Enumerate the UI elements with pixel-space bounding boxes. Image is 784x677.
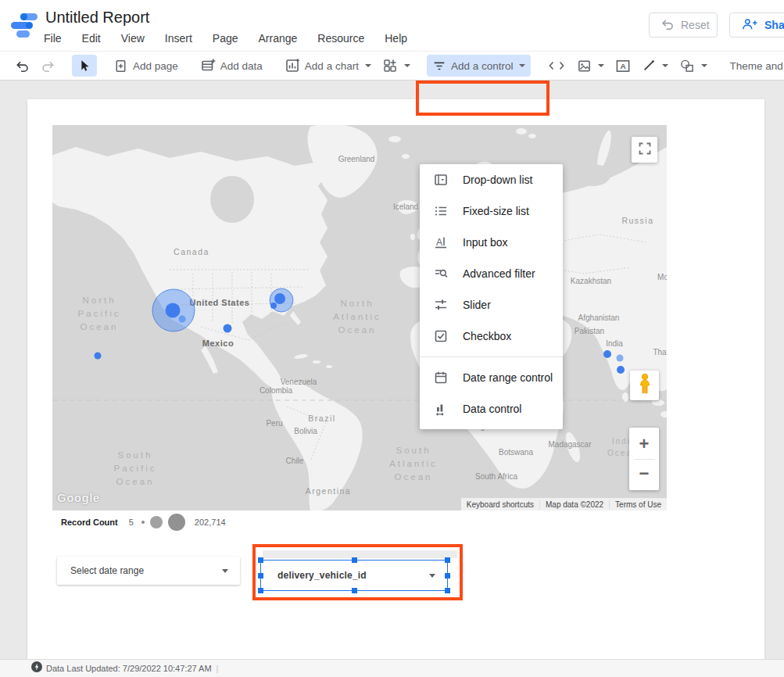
reset-button[interactable]: Reset — [649, 13, 718, 38]
input-box-icon: A — [433, 235, 449, 250]
selection-handle[interactable] — [352, 557, 357, 563]
person-add-icon — [741, 17, 758, 34]
chevron-down-icon — [519, 64, 525, 67]
menu-page[interactable]: Page — [213, 32, 238, 45]
map-label: Ocean — [116, 477, 155, 486]
legend-bubble-medium — [150, 516, 163, 528]
pegman-streetview-control[interactable] — [630, 371, 659, 400]
share-label: Share — [764, 19, 784, 31]
dropdown-list-control-selected[interactable]: delivery_vehicle_id — [260, 560, 448, 591]
map-bubble[interactable] — [274, 293, 285, 304]
menu-arrange[interactable]: Arrange — [259, 32, 298, 45]
reset-label: Reset — [681, 19, 710, 31]
selection-handle[interactable] — [258, 573, 263, 578]
add-chart-label: Add a chart — [305, 60, 359, 72]
freshness-bolt-icon — [31, 661, 42, 675]
chevron-down-icon — [404, 64, 410, 67]
selection-handle[interactable] — [445, 588, 450, 593]
report-canvas[interactable]: NorthPacificOceanNorthAtlanticOceanSouth… — [27, 99, 764, 659]
map-bubble[interactable] — [603, 350, 611, 358]
date-range-control[interactable]: Select date range — [57, 557, 240, 585]
menu-resource[interactable]: Resource — [317, 32, 364, 45]
community-visualizations-button[interactable] — [377, 54, 416, 77]
map-label: Tha — [653, 348, 667, 356]
menu-item-fixed-size-list[interactable]: Fixed-size list — [420, 195, 563, 227]
menu-item-slider[interactable]: Slider — [420, 289, 563, 321]
code-icon — [547, 59, 566, 73]
selection-handle[interactable] — [258, 557, 263, 563]
map-bubble[interactable] — [617, 366, 625, 374]
chevron-down-icon — [222, 569, 228, 573]
chevron-down-icon — [365, 64, 371, 67]
map-zoom-control: + − — [629, 428, 659, 490]
image-icon — [577, 59, 592, 73]
selection-handle[interactable] — [352, 588, 357, 593]
fixed-size-list-icon — [433, 203, 449, 219]
add-control-button[interactable]: Add a control — [427, 55, 532, 77]
attribution-terms-of-use[interactable]: Terms of Use — [609, 500, 667, 509]
attribution-map-data-2022[interactable]: Map data ©2022 — [539, 500, 609, 509]
map-bubble[interactable] — [95, 353, 102, 360]
menu-view[interactable]: View — [121, 32, 145, 45]
map-bubble[interactable] — [270, 303, 277, 309]
menu-divider — [420, 356, 563, 357]
insert-image-button[interactable] — [571, 55, 610, 77]
bubble-map-chart[interactable]: NorthPacificOceanNorthAtlanticOceanSouth… — [52, 125, 667, 510]
theme-and-layout-button[interactable]: Theme and layout — [724, 56, 784, 76]
status-separator: | — [217, 664, 219, 673]
add-page-button[interactable]: Add page — [108, 55, 184, 77]
map-bubble[interactable] — [617, 355, 624, 362]
add-chart-button[interactable]: Add a chart — [279, 54, 377, 77]
menu-item-advanced-filter[interactable]: Advanced filter — [420, 258, 563, 289]
menu-insert[interactable]: Insert — [165, 32, 192, 45]
toolbar: Add page Add data Add a chart Add a cont… — [0, 52, 784, 81]
add-data-button[interactable]: Add data — [195, 54, 268, 77]
insert-line-button[interactable] — [636, 55, 674, 77]
pegman-icon — [636, 373, 653, 398]
menu-item-checkbox[interactable]: Checkbox — [420, 321, 563, 352]
community-viz-icon — [382, 58, 398, 73]
menu-item-label: Input box — [463, 236, 508, 249]
select-cursor-button[interactable] — [72, 55, 97, 77]
map-legend: Record Count 5 202,714 — [61, 514, 226, 531]
map-bubble[interactable] — [179, 316, 186, 323]
menu-item-drop-down-list[interactable]: Drop-down list — [420, 164, 563, 195]
map-label: Kazakhstan — [571, 277, 611, 285]
menu-help[interactable]: Help — [385, 32, 407, 45]
menu-edit[interactable]: Edit — [82, 32, 101, 45]
menu-item-input-box[interactable]: AInput box — [420, 227, 563, 258]
zoom-in-button[interactable]: + — [629, 431, 659, 457]
menu-item-data-control[interactable]: Data control — [420, 393, 563, 424]
insert-textbox-button[interactable]: A — [610, 55, 636, 77]
map-fullscreen-button[interactable] — [632, 137, 657, 163]
selection-handle[interactable] — [445, 573, 450, 578]
data-studio-logo-icon[interactable] — [11, 12, 38, 38]
insert-shape-button[interactable] — [674, 55, 713, 77]
embed-url-button[interactable] — [542, 55, 571, 77]
chevron-down-icon — [662, 64, 668, 67]
annotation-box-dropdown-list — [416, 81, 550, 116]
map-label: Ocean — [81, 322, 119, 331]
svg-text:A: A — [621, 62, 626, 70]
status-bar: Data Last Updated: 7/29/2022 10:47:27 AM… — [0, 659, 784, 677]
data-last-updated: Data Last Updated: 7/29/2022 10:47:27 AM — [46, 664, 212, 673]
zoom-out-button[interactable]: − — [629, 460, 659, 487]
attribution-keyboard-shortcuts[interactable]: Keyboard shortcuts — [461, 500, 539, 509]
add-data-label: Add data — [220, 60, 263, 72]
map-label: Pakistan — [575, 327, 604, 335]
map-bubble[interactable] — [224, 324, 232, 333]
map-label: Ocean — [338, 325, 377, 335]
selection-handle[interactable] — [258, 588, 263, 593]
google-watermark: Google — [57, 491, 100, 504]
map-label: North — [82, 296, 116, 305]
redo-icon — [41, 59, 55, 73]
selection-handle[interactable] — [445, 557, 450, 563]
share-button[interactable]: Share — [729, 13, 784, 38]
menu-file[interactable]: File — [44, 32, 62, 45]
menu-item-date-range-control[interactable]: Date range control — [420, 362, 563, 393]
map-bubble[interactable] — [166, 303, 181, 318]
legend-bubble-small — [141, 521, 145, 524]
undo-button[interactable] — [9, 55, 35, 77]
report-title[interactable]: Untitled Report — [45, 9, 149, 27]
redo-button[interactable] — [35, 55, 61, 77]
